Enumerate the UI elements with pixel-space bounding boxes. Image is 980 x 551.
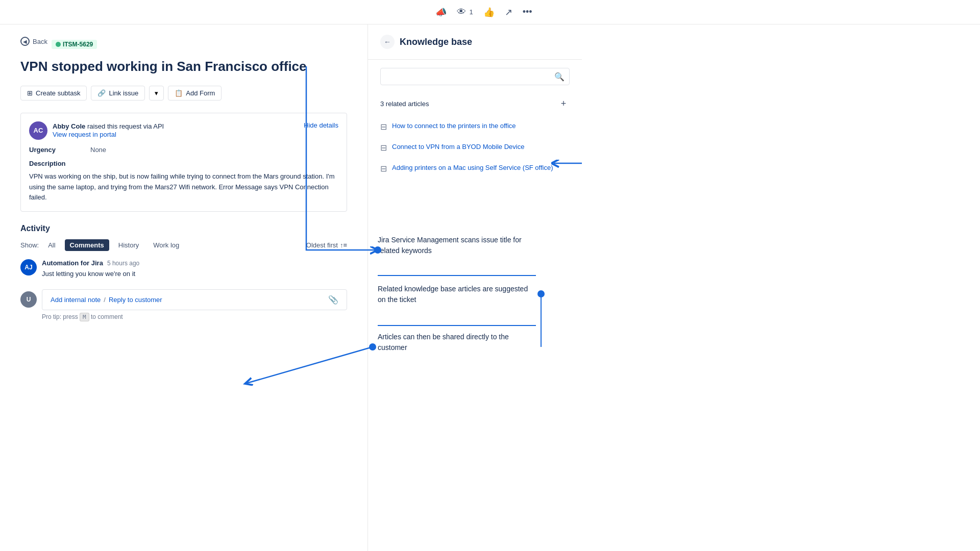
kb-search-icon: 🔍 <box>554 72 565 82</box>
pro-tip-text: Pro tip: press <box>42 313 78 320</box>
add-form-button[interactable]: 📋 Add Form <box>168 86 222 101</box>
reply-input-area[interactable]: Add internal note / Reply to customer 📎 <box>42 289 347 310</box>
callout-share: Articles can then be shared directly to … <box>378 332 521 353</box>
pro-tip-suffix: to comment <box>91 313 123 320</box>
activity-section: Activity Show: All Comments History Work… <box>20 224 347 320</box>
like-icon-group[interactable]: 👍 <box>483 7 495 18</box>
issue-status-dot <box>56 42 61 47</box>
issue-badge[interactable]: ITSM-5629 <box>52 40 97 49</box>
description-label: Description <box>29 160 338 167</box>
article-icon-3: ⊟ <box>380 164 387 173</box>
details-card: AC Abby Cole raised this request via API… <box>20 113 347 212</box>
reply-box: U Add internal note / Reply to customer … <box>20 289 347 310</box>
pro-tip: Pro tip: press M to comment <box>42 313 347 320</box>
raised-by: Abby Cole <box>53 122 85 130</box>
link-issue-button[interactable]: 🔗 Link issue <box>91 86 145 101</box>
share-icon: ↗ <box>505 7 512 18</box>
commenter-name: Automation for Jira <box>42 259 103 267</box>
more-icon-group[interactable]: ••• <box>523 7 532 17</box>
add-article-button[interactable]: + <box>557 97 570 110</box>
dropdown-button[interactable]: ▾ <box>149 86 164 101</box>
kb-search-bar: 🔍 <box>368 60 582 93</box>
sort-button[interactable]: Oldest first ↑≡ <box>306 241 347 249</box>
related-articles-header: 3 related articles + <box>368 93 582 116</box>
kb-search-wrapper: 🔍 <box>380 68 570 85</box>
urgency-value: None <box>90 146 106 154</box>
details-header: AC Abby Cole raised this request via API… <box>29 121 338 140</box>
eye-icon: 👁 <box>457 7 466 17</box>
create-subtask-label: Create subtask <box>36 89 80 97</box>
view-portal-link[interactable]: View request in portal <box>53 131 116 138</box>
article-link-3: Adding printers on a Mac using Self Serv… <box>392 163 553 173</box>
avatar: AC <box>29 121 47 140</box>
urgency-label: Urgency <box>29 146 90 154</box>
article-icon-1: ⊟ <box>380 122 387 132</box>
watch-icon-group[interactable]: 👁 1 <box>457 7 473 17</box>
thumbsup-icon: 👍 <box>483 7 495 18</box>
current-user-avatar: U <box>20 291 37 308</box>
breadcrumb: ◀ Back ITSM-5629 <box>20 37 347 52</box>
create-subtask-button[interactable]: ⊞ Create subtask <box>20 86 87 101</box>
top-bar: 📣 👁 1 👍 ↗ ••• <box>0 0 980 24</box>
kb-back-button[interactable]: ← <box>380 35 395 49</box>
show-label: Show: <box>20 241 39 249</box>
callout-suggest-text: Related knowledge base articles are sugg… <box>378 285 528 304</box>
article-link-1: How to connect to the printers in the of… <box>392 121 516 131</box>
filter-comments-button[interactable]: Comments <box>65 239 109 251</box>
comment-meta: Automation for Jira 5 hours ago <box>42 259 347 267</box>
description-text: VPN was working on the ship, but is now … <box>29 171 338 203</box>
hide-details-button[interactable]: Hide details <box>304 121 338 129</box>
reply-to-customer-button[interactable]: Reply to customer <box>109 296 162 304</box>
subtask-icon: ⊞ <box>27 89 33 97</box>
back-button[interactable]: ◀ Back <box>20 37 47 46</box>
link-issue-label: Link issue <box>109 89 138 97</box>
attach-icon[interactable]: 📎 <box>328 295 338 305</box>
filter-all-button[interactable]: All <box>43 239 60 251</box>
activity-title: Activity <box>20 224 347 233</box>
left-panel: ◀ Back ITSM-5629 VPN stopped working in … <box>0 24 368 551</box>
raised-suffix: raised this request via API <box>87 122 164 130</box>
kb-search-input[interactable] <box>380 68 570 85</box>
back-circle-icon: ◀ <box>20 37 30 46</box>
article-icon-2: ⊟ <box>380 143 387 153</box>
related-count: 3 related articles <box>380 100 429 108</box>
issue-id: ITSM-5629 <box>63 41 93 48</box>
kb-title: Knowledge base <box>400 37 472 47</box>
urgency-row: Urgency None <box>29 146 338 154</box>
kb-header: ← Knowledge base <box>368 24 582 60</box>
article-item-3[interactable]: ⊟ Adding printers on a Mac using Self Se… <box>368 158 582 179</box>
raised-text: Abby Cole raised this request via API <box>53 122 164 130</box>
share-icon-group[interactable]: ↗ <box>505 7 512 18</box>
sort-icon: ↑≡ <box>340 241 347 249</box>
description-section: Description VPN was working on the ship,… <box>29 160 338 203</box>
filter-history-button[interactable]: History <box>113 239 144 251</box>
internal-note-button[interactable]: Add internal note <box>51 296 101 304</box>
show-row: Show: All Comments History Work log Olde… <box>20 239 347 251</box>
callout-suggest: Related knowledge base articles are sugg… <box>378 284 536 305</box>
watch-count: 1 <box>469 8 473 16</box>
comment-item: AJ Automation for Jira 5 hours ago Just … <box>20 259 347 279</box>
add-form-label: Add Form <box>186 89 215 97</box>
back-label: Back <box>33 38 47 45</box>
top-bar-icons: 📣 👁 1 👍 ↗ ••• <box>435 7 532 18</box>
callout-scan-text: Jira Service Management scans issue titl… <box>378 236 522 255</box>
comment-text: Just letting you know we're on it <box>42 269 347 279</box>
article-item-1[interactable]: ⊟ How to connect to the printers in the … <box>368 116 582 137</box>
pro-tip-key: M <box>80 313 89 321</box>
link-icon: 🔗 <box>97 89 106 97</box>
reply-separator: / <box>104 296 106 304</box>
action-bar: ⊞ Create subtask 🔗 Link issue ▾ 📋 Add Fo… <box>20 86 347 101</box>
more-icon: ••• <box>523 7 532 17</box>
announce-icon: 📣 <box>435 7 447 18</box>
commenter-avatar: AJ <box>20 259 37 276</box>
article-link-2: Connect to VPN from a BYOD Mobile Device <box>392 142 524 152</box>
callout-share-text: Articles can then be shared directly to … <box>378 333 509 352</box>
announce-icon-group[interactable]: 📣 <box>435 7 447 18</box>
raised-info: Abby Cole raised this request via API Vi… <box>53 122 164 138</box>
article-item-2[interactable]: ⊟ Connect to VPN from a BYOD Mobile Devi… <box>368 137 582 158</box>
filter-worklog-button[interactable]: Work log <box>148 239 184 251</box>
comment-time: 5 hours ago <box>107 260 139 267</box>
page-title: VPN stopped working in San Francisco off… <box>20 58 347 76</box>
callout-scan: Jira Service Management scans issue titl… <box>378 235 536 256</box>
form-icon: 📋 <box>175 89 183 97</box>
